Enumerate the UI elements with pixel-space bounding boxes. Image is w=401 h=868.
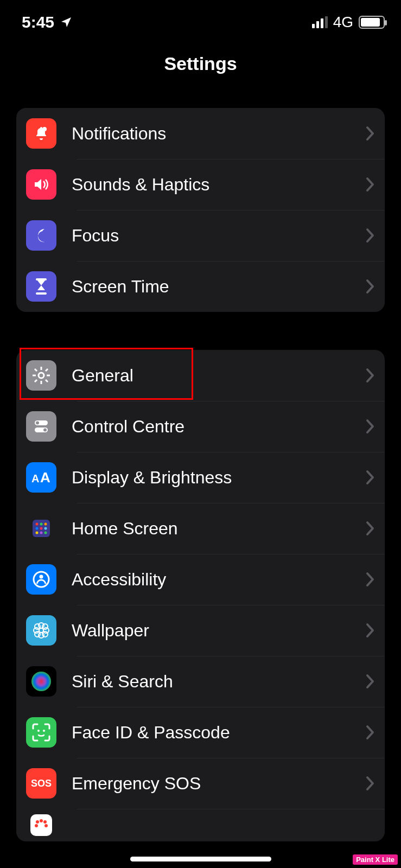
row-label: Face ID & Passcode — [72, 723, 365, 743]
network-label: 4G — [333, 14, 353, 31]
svg-rect-2 — [36, 292, 47, 295]
flower-icon — [26, 615, 56, 646]
chevron-right-icon — [365, 418, 375, 435]
grid-icon — [26, 513, 56, 544]
svg-rect-1 — [36, 278, 47, 280]
row-label: Control Centre — [72, 417, 365, 437]
svg-text:A: A — [40, 469, 50, 486]
chevron-right-icon — [365, 571, 375, 588]
row-label: Emergency SOS — [72, 774, 365, 794]
settings-row-screentime[interactable]: Screen Time — [16, 261, 385, 312]
speaker-icon — [26, 169, 56, 200]
chevron-right-icon — [365, 775, 375, 792]
svg-point-42 — [43, 730, 45, 732]
chevron-right-icon — [365, 673, 375, 690]
watermark: Paint X Lite — [353, 854, 398, 865]
row-label: Sounds & Haptics — [72, 175, 365, 195]
row-label: Notifications — [72, 124, 365, 144]
svg-point-47 — [43, 820, 47, 824]
svg-line-8 — [35, 369, 37, 371]
chevron-right-icon — [365, 278, 375, 295]
svg-point-3 — [39, 373, 44, 378]
svg-line-9 — [46, 380, 48, 382]
svg-point-49 — [44, 824, 48, 827]
chevron-right-icon — [365, 724, 375, 741]
row-label: Display & Brightness — [72, 468, 365, 488]
chevron-right-icon — [365, 622, 375, 639]
svg-line-11 — [46, 369, 48, 371]
row-label: Screen Time — [72, 277, 365, 297]
svg-point-46 — [40, 819, 43, 822]
svg-point-24 — [44, 527, 47, 530]
svg-point-13 — [36, 422, 39, 425]
svg-point-22 — [36, 527, 39, 530]
settings-row-sos[interactable]: SOSEmergency SOS — [16, 758, 385, 809]
chevron-right-icon — [365, 469, 375, 486]
status-time: 5:45 — [22, 13, 54, 31]
svg-point-41 — [37, 730, 40, 732]
chevron-right-icon — [365, 125, 375, 142]
settings-row-faceid[interactable]: Face ID & Passcode — [16, 707, 385, 758]
status-left: 5:45 — [22, 13, 73, 31]
row-label: Accessibility — [72, 570, 365, 590]
sos-icon: SOS — [26, 768, 56, 799]
row-label: Wallpaper — [72, 621, 365, 641]
svg-text:A: A — [31, 473, 39, 484]
settings-group: GeneralControl CentreAADisplay & Brightn… — [16, 350, 385, 841]
battery-icon — [359, 16, 385, 29]
status-bar: 5:45 4G — [0, 0, 401, 35]
svg-point-27 — [44, 532, 47, 534]
chevron-right-icon — [365, 367, 375, 384]
settings-row-controlcentre[interactable]: Control Centre — [16, 401, 385, 452]
svg-point-19 — [36, 523, 39, 526]
settings-row-display[interactable]: AADisplay & Brightness — [16, 452, 385, 503]
settings-row-siri[interactable]: Siri & Search — [16, 656, 385, 707]
svg-point-25 — [36, 532, 39, 534]
aa-icon: AA — [26, 462, 56, 493]
signal-icon — [312, 16, 328, 28]
svg-point-40 — [31, 672, 51, 691]
chevron-right-icon — [365, 176, 375, 193]
location-icon — [60, 16, 73, 29]
row-label: Siri & Search — [72, 672, 365, 692]
settings-row-homescreen[interactable]: Home Screen — [16, 503, 385, 554]
settings-row-notifications[interactable]: Notifications — [16, 108, 385, 159]
settings-row-sounds[interactable]: Sounds & Haptics — [16, 159, 385, 210]
svg-rect-44 — [30, 814, 52, 836]
dots-icon — [26, 810, 56, 840]
home-indicator — [130, 857, 271, 861]
settings-row-focus[interactable]: Focus — [16, 210, 385, 261]
settings-row-exposure[interactable] — [16, 809, 385, 841]
screen: 5:45 4G Settings NotificationsSounds & H… — [0, 0, 401, 868]
chevron-right-icon — [365, 227, 375, 244]
svg-point-45 — [36, 820, 39, 824]
bell-icon — [26, 118, 56, 149]
row-label: General — [72, 366, 365, 386]
svg-point-15 — [43, 429, 47, 432]
hourglass-icon — [26, 271, 56, 302]
chevron-right-icon — [365, 520, 375, 537]
gear-icon — [26, 360, 56, 391]
svg-point-48 — [35, 824, 38, 827]
svg-text:SOS: SOS — [31, 778, 52, 789]
moon-icon — [26, 220, 56, 251]
siri-icon — [26, 666, 56, 697]
settings-row-general[interactable]: General — [16, 350, 385, 401]
svg-point-29 — [40, 575, 43, 579]
svg-line-10 — [35, 380, 37, 382]
settings-list: NotificationsSounds & HapticsFocusScreen… — [0, 108, 401, 841]
svg-point-0 — [42, 127, 47, 131]
row-label: Focus — [72, 226, 365, 246]
face-icon — [26, 717, 56, 748]
svg-point-26 — [40, 532, 43, 534]
status-right: 4G — [312, 14, 385, 31]
settings-row-accessibility[interactable]: Accessibility — [16, 554, 385, 605]
svg-point-20 — [40, 523, 43, 526]
person-icon — [26, 564, 56, 595]
toggles-icon — [26, 411, 56, 442]
row-label: Home Screen — [72, 519, 365, 539]
svg-point-23 — [40, 527, 43, 530]
settings-group: NotificationsSounds & HapticsFocusScreen… — [16, 108, 385, 312]
svg-point-21 — [44, 523, 47, 526]
settings-row-wallpaper[interactable]: Wallpaper — [16, 605, 385, 656]
